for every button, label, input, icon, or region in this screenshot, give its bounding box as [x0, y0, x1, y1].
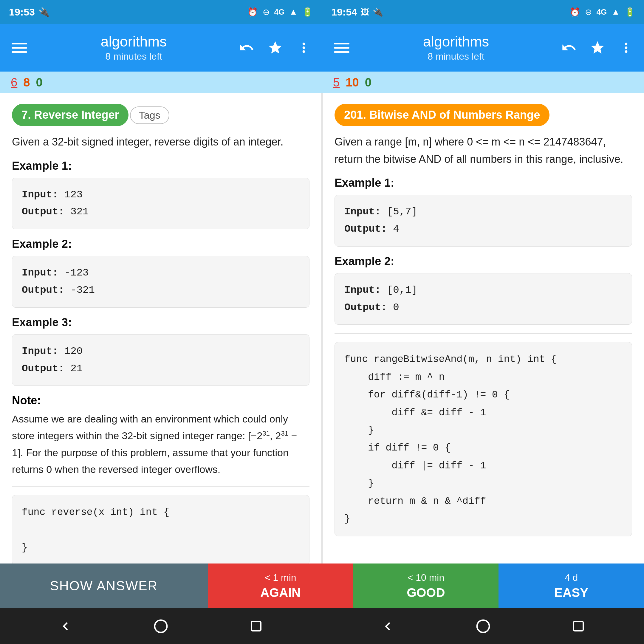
menu-button-right[interactable] [331, 43, 352, 53]
top-bars: algorithms 8 minutes left algorithms 8 m… [0, 24, 644, 72]
score-bar-right: 5 10 0 [322, 72, 644, 93]
score-green-left: 0 [36, 76, 43, 89]
example-3-output-left: Output: 21 [22, 360, 300, 377]
note-title-left: Note: [12, 394, 309, 407]
example-3-input-left: Input: 120 [22, 343, 300, 360]
app-title-right: algorithms [423, 33, 489, 50]
easy-time: 4 d [565, 572, 578, 583]
image-icon: 🖼 [361, 7, 369, 17]
usb-icon-left: 🔌 [38, 7, 49, 17]
menu-button-left[interactable] [9, 43, 30, 53]
undo-button-right[interactable] [560, 39, 578, 57]
status-right-right: ⏰ ⊖ 4G ▲ 🔋 [570, 7, 635, 17]
tags-button[interactable]: Tags [130, 106, 169, 124]
good-time: < 10 min [408, 572, 445, 583]
status-left-right: 19:54 🖼 🔌 [331, 6, 383, 18]
problem-description-right: Given a range [m, n] where 0 <= m <= n <… [335, 133, 632, 168]
battery-icon-left: 🔋 [302, 7, 313, 17]
battery-icon-right: 🔋 [625, 7, 635, 17]
score-orange-left: 8 [23, 76, 30, 89]
example-1-output-left: Output: 321 [22, 203, 300, 221]
example-1-input-right: Input: [5,7] [344, 203, 622, 221]
nav-bar-left [0, 608, 322, 644]
example-2-title-right: Example 2: [335, 255, 632, 268]
easy-label: EASY [554, 586, 588, 600]
top-bar-right: algorithms 8 minutes left [322, 24, 644, 72]
answer-bars: SHOW ANSWER < 1 min AGAIN < 10 min GOOD … [0, 563, 644, 608]
divider-left [12, 486, 309, 487]
problem-description-left: Given a 32-bit signed integer, reverse d… [12, 133, 309, 151]
example-1-box-left: Input: 123 Output: 321 [12, 178, 309, 230]
example-2-input-right: Input: [0,1] [344, 282, 622, 299]
again-time: < 1 min [265, 572, 296, 583]
status-right-left: ⏰ ⊖ 4G ▲ 🔋 [247, 7, 313, 17]
svg-rect-3 [574, 621, 583, 631]
back-button-left[interactable] [55, 616, 76, 637]
back-button-right[interactable] [377, 616, 398, 637]
app-subtitle-right: 8 minutes left [428, 51, 484, 62]
note-text-left: Assume we are dealing with an environmen… [12, 411, 309, 477]
svg-rect-1 [251, 621, 261, 631]
example-2-input-left: Input: -123 [22, 264, 300, 282]
alarm-icon-left: ⏰ [247, 7, 258, 17]
top-bar-actions-left [238, 39, 313, 57]
4g-icon-left: 4G [274, 7, 285, 17]
solution-code-right[interactable]: func rangeBitwiseAnd(m, n int) int { dif… [335, 342, 632, 536]
example-1-input-left: Input: 123 [22, 186, 300, 204]
good-button[interactable]: < 10 min GOOD [353, 563, 499, 608]
svg-point-0 [155, 620, 167, 632]
left-panel: 7. Reverse Integer Tags Given a 32-bit s… [0, 93, 322, 563]
good-label: GOOD [407, 586, 445, 600]
more-button-left[interactable] [295, 39, 313, 57]
hamburger-icon-left[interactable] [12, 43, 27, 53]
example-3-box-left: Input: 120 Output: 21 [12, 334, 309, 386]
problem-badge-right: 201. Bitwise AND of Numbers Range [335, 104, 549, 126]
score-orange-right: 10 [346, 76, 359, 89]
alarm-icon-right: ⏰ [570, 7, 580, 17]
app-title-left: algorithms [101, 33, 167, 50]
show-answer-button[interactable]: SHOW ANSWER [0, 563, 208, 608]
easy-button[interactable]: 4 d EASY [499, 563, 644, 608]
app-subtitle-left: 8 minutes left [105, 51, 162, 62]
star-button-left[interactable] [266, 39, 284, 57]
score-red-left[interactable]: 6 [11, 76, 17, 89]
4g-icon-right: 4G [597, 7, 607, 17]
star-button-right[interactable] [589, 39, 606, 57]
hamburger-icon-right[interactable] [334, 43, 349, 53]
example-2-box-right: Input: [0,1] Output: 0 [335, 273, 632, 325]
svg-point-2 [477, 620, 489, 632]
example-2-output-right: Output: 0 [344, 299, 622, 316]
recents-button-right[interactable] [568, 616, 589, 637]
score-red-right[interactable]: 5 [333, 76, 340, 89]
recents-button-left[interactable] [246, 616, 267, 637]
more-button-right[interactable] [617, 39, 635, 57]
again-button[interactable]: < 1 min AGAIN [208, 563, 353, 608]
code-template-left[interactable]: func reverse(x int) int { } [12, 495, 309, 563]
problem-badge-left: 7. Reverse Integer [12, 104, 129, 126]
top-bar-left: algorithms 8 minutes left [0, 24, 322, 72]
example-3-title-left: Example 3: [12, 316, 309, 329]
status-left-left: 19:53 🔌 [9, 6, 49, 18]
home-button-right[interactable] [473, 616, 493, 637]
right-panel: 201. Bitwise AND of Numbers Range Given … [322, 93, 644, 563]
undo-button-left[interactable] [238, 39, 256, 57]
status-bars: 19:53 🔌 ⏰ ⊖ 4G ▲ 🔋 19:54 🖼 🔌 ⏰ ⊖ 4G ▲ 🔋 [0, 0, 644, 24]
top-bar-title-right: algorithms 8 minutes left [352, 33, 560, 62]
home-button-left[interactable] [150, 616, 171, 637]
score-bar-left: 6 8 0 [0, 72, 322, 93]
example-1-box-right: Input: [5,7] Output: 4 [335, 195, 632, 247]
example-2-box-left: Input: -123 Output: -321 [12, 256, 309, 308]
nav-bars [0, 608, 644, 644]
example-2-title-left: Example 2: [12, 238, 309, 250]
time-left: 19:53 [9, 6, 35, 18]
example-2-output-left: Output: -321 [22, 282, 300, 299]
minus-icon-left: ⊖ [263, 7, 270, 17]
main-content: 7. Reverse Integer Tags Given a 32-bit s… [0, 93, 644, 563]
example-1-title-left: Example 1: [12, 160, 309, 172]
usb-icon-right: 🔌 [373, 7, 383, 17]
again-label: AGAIN [260, 586, 301, 600]
signal-icon-left: ▲ [289, 7, 298, 17]
top-bar-actions-right [560, 39, 635, 57]
time-right: 19:54 [331, 6, 357, 18]
divider-right [335, 333, 632, 334]
